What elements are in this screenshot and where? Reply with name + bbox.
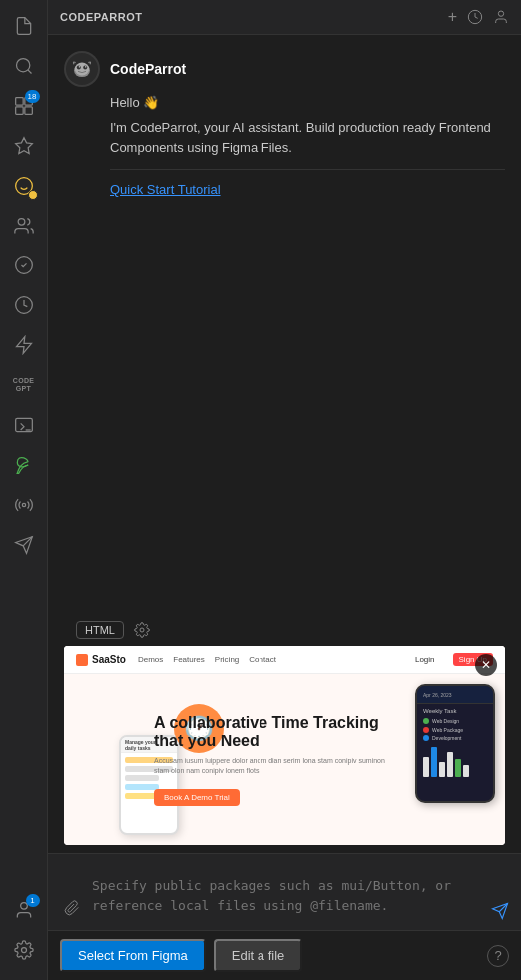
saasto-phone-right-header: Apr 26, 2023 <box>417 686 493 704</box>
task-dot-2 <box>423 727 429 733</box>
saasto-date: Apr 26, 2023 <box>423 692 452 698</box>
sidebar-item-star[interactable] <box>6 128 42 164</box>
quick-start-link[interactable]: Quick Start Tutorial <box>110 182 505 197</box>
saasto-task-2: Web Package <box>423 727 487 733</box>
svg-point-26 <box>79 66 80 67</box>
sidebar-item-history[interactable] <box>6 287 42 323</box>
task-label-2: Web Package <box>432 727 463 733</box>
saasto-phone-right: Apr 26, 2023 Weekly Task Web Design <box>415 684 495 803</box>
saasto-task-3: Development <box>423 735 487 741</box>
add-icon[interactable]: + <box>448 8 457 26</box>
assistant-name: CodeParrot <box>110 61 186 77</box>
select-figma-button[interactable]: Select From Figma <box>60 939 206 972</box>
sidebar-item-bird[interactable] <box>6 527 42 563</box>
svg-rect-4 <box>15 107 23 115</box>
sidebar-item-radio[interactable] <box>6 487 42 523</box>
preview-image: ✕ SaaSto Demos Features Pricing Contact <box>64 646 505 845</box>
svg-point-27 <box>85 66 86 67</box>
sidebar-item-check[interactable] <box>6 247 42 283</box>
input-box <box>60 862 509 922</box>
topbar-title: CODEPARROT <box>60 11 448 23</box>
topbar: CODEPARROT + <box>48 0 521 35</box>
svg-point-7 <box>15 178 32 195</box>
sidebar-item-team[interactable] <box>6 208 42 244</box>
sidebar-item-settings[interactable] <box>6 932 42 968</box>
saasto-nav-features: Features <box>173 655 205 664</box>
saasto-brand-icon <box>76 654 88 666</box>
saasto-login: Login <box>415 655 435 664</box>
codegpt-label: CODEGPT <box>13 377 34 394</box>
help-button[interactable]: ? <box>487 945 509 967</box>
svg-line-1 <box>27 70 31 74</box>
phone-left-label: Manage yourdaily tasks <box>125 739 156 751</box>
bar-6 <box>463 765 469 777</box>
account-icon[interactable] <box>493 9 509 25</box>
svg-marker-6 <box>15 138 32 154</box>
bar-4 <box>447 752 453 777</box>
topbar-actions: + <box>448 8 509 26</box>
saasto-weekly-label: Weekly Task <box>423 708 487 714</box>
svg-point-10 <box>18 219 25 226</box>
svg-rect-2 <box>15 98 23 106</box>
svg-point-20 <box>498 11 503 16</box>
assistant-description: I'm CodeParrot, your AI assistant. Build… <box>110 118 505 157</box>
sidebar-item-terminal[interactable] <box>6 407 42 443</box>
main-panel: CODEPARROT + <box>48 0 521 980</box>
saasto-brand: SaaSto <box>76 654 126 666</box>
svg-point-24 <box>77 65 81 69</box>
saasto-nav-demos: Demos <box>138 655 163 664</box>
saasto-preview: SaaSto Demos Features Pricing Contact Lo… <box>64 646 505 845</box>
svg-marker-13 <box>16 337 31 354</box>
html-tag[interactable]: HTML <box>76 621 124 639</box>
bottom-toolbar: HTML <box>64 614 505 646</box>
bar-3 <box>439 762 445 777</box>
sidebar-item-lightning[interactable] <box>6 327 42 363</box>
task-label-1: Web Design <box>432 718 459 724</box>
svg-point-28 <box>140 628 144 632</box>
saasto-brand-name: SaaSto <box>92 654 126 665</box>
svg-point-18 <box>21 948 26 953</box>
saasto-chart <box>423 747 487 777</box>
sidebar-item-files[interactable] <box>6 8 42 44</box>
extensions-badge: 18 <box>25 90 40 103</box>
saasto-cta-button[interactable]: Book A Demo Trial <box>154 789 240 806</box>
svg-point-16 <box>22 503 25 506</box>
sidebar: 18 <box>0 0 48 980</box>
task-label-3: Development <box>432 735 461 741</box>
edit-file-button[interactable]: Edit a file <box>214 939 302 972</box>
saasto-hero: 🕐 Manage yourdaily tasks <box>64 674 505 845</box>
saasto-task-1: Web Design <box>423 718 487 724</box>
sidebar-item-user[interactable]: 1 <box>6 892 42 928</box>
bar-1 <box>423 757 429 777</box>
task-dot-1 <box>423 718 429 724</box>
preview-card: HTML ✕ SaaSto <box>64 614 505 845</box>
user-badge: 1 <box>26 894 40 907</box>
svg-point-0 <box>16 59 29 72</box>
saasto-hero-subtitle: Accusam iusum luippere dolor anom dian s… <box>154 756 395 776</box>
bar-5 <box>455 759 461 777</box>
saasto-hero-text: A collaborative Time Tracking that you N… <box>154 713 395 806</box>
saasto-nav-pricing: Pricing <box>215 655 239 664</box>
saasto-hero-title: A collaborative Time Tracking that you N… <box>154 713 395 750</box>
sidebar-item-search[interactable] <box>6 48 42 84</box>
task-dot-3 <box>423 735 429 741</box>
close-preview-button[interactable]: ✕ <box>475 654 497 676</box>
send-button[interactable] <box>491 902 509 922</box>
sidebar-item-extensions[interactable]: 18 <box>6 88 42 124</box>
sidebar-item-codeparrot[interactable] <box>6 168 42 204</box>
assistant-header: CodeParrot <box>64 51 505 87</box>
footer-bar: Select From Figma Edit a file ? <box>48 930 521 980</box>
history-clock-icon[interactable] <box>467 9 483 25</box>
svg-point-25 <box>83 65 87 69</box>
attach-button[interactable] <box>60 896 84 922</box>
assistant-message: CodeParrot Hello 👋 I'm CodeParrot, your … <box>64 51 505 197</box>
sidebar-item-codegpt[interactable]: CODEGPT <box>6 367 42 403</box>
svg-rect-5 <box>24 107 32 115</box>
sidebar-item-leaf[interactable] <box>6 447 42 483</box>
settings-gear-icon[interactable] <box>132 620 152 640</box>
message-input[interactable] <box>92 872 483 922</box>
divider <box>110 169 505 170</box>
chat-area: CodeParrot Hello 👋 I'm CodeParrot, your … <box>48 35 521 853</box>
input-area <box>48 853 521 930</box>
saasto-nav-links: Demos Features Pricing Contact <box>138 655 276 664</box>
